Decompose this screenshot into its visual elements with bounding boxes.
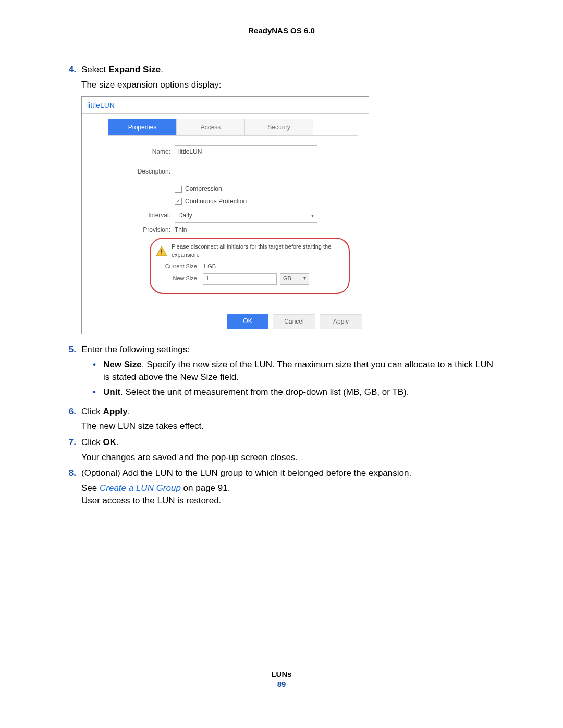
warning-icon (156, 246, 167, 256)
select-unit[interactable]: GB ▾ (280, 273, 309, 285)
instruction-list: 4. Select Expand Size. The size expansio… (63, 64, 500, 508)
input-name[interactable]: littleLUN (175, 145, 317, 158)
text: . (161, 65, 163, 75)
input-description[interactable] (175, 162, 317, 181)
step-number: 4. (63, 64, 81, 340)
text: (Optional) Add the LUN to the LUN group … (81, 467, 500, 480)
tab-properties[interactable]: Properties (108, 119, 177, 135)
footer-page-number: 89 (63, 680, 500, 688)
label-provision: Provision: (113, 226, 175, 235)
bullet-icon: • (93, 386, 103, 399)
divider (82, 113, 369, 114)
label-description: Description: (113, 167, 175, 176)
text: Click (81, 406, 103, 416)
bullet-icon: • (93, 359, 103, 384)
expand-size-highlight: Please disconnect all initiators for thi… (150, 238, 350, 294)
apply-button[interactable]: Apply (320, 314, 362, 329)
chevron-down-icon: ▾ (303, 275, 306, 282)
dialog-footer: OK Cancel Apply (82, 310, 369, 334)
svg-rect-2 (161, 253, 162, 254)
footer-section: LUNs (63, 670, 500, 678)
text: The new LUN size takes effect. (81, 420, 500, 433)
text: The size expansion options display: (81, 79, 500, 92)
checkbox-label: Compression (185, 184, 222, 193)
step-number: 6. (63, 405, 81, 433)
footer-divider (63, 664, 500, 664)
link-create-lun-group[interactable]: Create a LUN Group (100, 483, 181, 493)
text-bold: New Size (103, 360, 142, 369)
text: See (81, 483, 100, 493)
text: Click (81, 437, 103, 447)
step-6: 6. Click Apply. The new LUN size takes e… (63, 405, 500, 433)
select-value: GB (283, 275, 291, 283)
text: on page 91. (181, 483, 230, 493)
checkbox-icon (175, 186, 182, 193)
text-bold: OK (103, 437, 117, 447)
text: . (128, 406, 130, 416)
step-number: 7. (63, 436, 81, 464)
checkbox-label: Continuous Protection (185, 197, 247, 206)
label-name: Name: (113, 147, 175, 156)
text: . (116, 437, 119, 447)
input-new-size[interactable]: 1 (203, 273, 277, 285)
select-interval[interactable]: Daily ▾ (175, 209, 317, 222)
dialog-title: littleLUN (82, 97, 369, 112)
step-4: 4. Select Expand Size. The size expansio… (63, 64, 500, 340)
page-header: ReadyNAS OS 6.0 (63, 26, 500, 35)
chevron-down-icon: ▾ (311, 212, 314, 220)
step-number: 8. (63, 467, 81, 508)
step-5: 5. Enter the following settings: • New S… (63, 343, 500, 402)
text-bold: Apply (103, 406, 128, 416)
label-interval: Interval: (113, 211, 175, 220)
step-8: 8. (Optional) Add the LUN to the LUN gro… (63, 467, 500, 508)
dialog-screenshot: littleLUN Properties Access Security Nam… (81, 96, 369, 334)
value-current-size: 1 GB (203, 263, 216, 271)
label-current-size: Current Size: (156, 263, 203, 271)
select-value: Daily (178, 211, 192, 220)
svg-rect-1 (161, 249, 162, 252)
step-7: 7. Click OK. Your changes are saved and … (63, 436, 500, 464)
tab-security[interactable]: Security (244, 119, 313, 135)
warning-text: Please disconnect all initiators for thi… (172, 243, 344, 260)
checkbox-continuous[interactable]: ✓ Continuous Protection (175, 197, 247, 206)
text: . Select the unit of measurement from th… (120, 387, 409, 397)
cancel-button[interactable]: Cancel (273, 314, 315, 329)
checkbox-icon: ✓ (175, 198, 182, 205)
value-provision: Thin (175, 226, 187, 235)
text-bold: Unit (103, 387, 120, 397)
text: Enter the following settings: (81, 343, 500, 356)
checkbox-compression[interactable]: Compression (175, 184, 222, 193)
dialog-panel: Name: littleLUN Description: Compression (108, 135, 358, 299)
text: . Specify the new size of the LUN. The m… (103, 360, 493, 382)
step-number: 5. (63, 343, 81, 402)
tab-bar: Properties Access Security (108, 119, 369, 135)
tab-access[interactable]: Access (176, 119, 245, 135)
text: Select (81, 65, 108, 75)
text: Your changes are saved and the pop-up sc… (81, 451, 500, 464)
label-new-size: New Size: (156, 275, 203, 283)
text-bold: Expand Size (108, 65, 161, 75)
text: User access to the LUN is restored. (81, 495, 500, 508)
ok-button[interactable]: OK (227, 314, 268, 329)
